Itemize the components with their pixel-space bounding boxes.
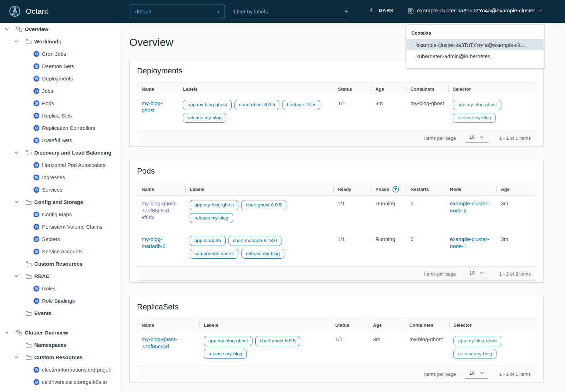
resource-link[interactable]: my-blog-ghost-77df85c6cd-vf6dx (142, 200, 177, 220)
items-per-page-value: 10 (469, 134, 475, 140)
column-header: Containers (406, 83, 448, 95)
main-content: Overview DeploymentsNameLabelsStatusAgeC… (120, 23, 565, 392)
sidebar-item-cluster-custom-resources[interactable]: Custom Resources (0, 351, 120, 363)
sidebar-item-custom-resources[interactable]: Custom Resources (0, 258, 120, 270)
octant-logo-icon (8, 5, 21, 18)
column-header: Phase (371, 183, 406, 195)
column-header: Restarts (406, 183, 446, 195)
sidebar-item-label: Pods (42, 100, 54, 106)
sidebar-item-label: Discovery and Load Balancing (34, 150, 111, 156)
items-per-page-select[interactable]: 10 (465, 369, 488, 379)
items-per-page-select[interactable]: 10 (465, 269, 488, 278)
chevron-down-icon[interactable] (13, 39, 19, 44)
sidebar-item-label: Events (34, 310, 52, 316)
sidebar-item-workloads[interactable]: Workloads (0, 35, 120, 48)
label-badge: chart:ghost-8.0.5 (255, 336, 300, 346)
resource-link[interactable]: my-blog-mariadb-0 (142, 236, 166, 249)
table-row: my-blog-mariadb-0app:mariadbchart:mariad… (137, 231, 536, 267)
resource-link[interactable]: example-cluster-node-2 (450, 200, 489, 213)
table-pagination: Items per page101 - 1 of 1 items (137, 131, 536, 145)
sidebar-item-config-maps[interactable]: Config Maps (0, 208, 120, 221)
sidebar-item-cluster-overview[interactable]: Cluster Overview (0, 326, 120, 339)
resource-link[interactable]: example-cluster-node-1 (450, 236, 489, 249)
chevron-down-icon[interactable] (13, 355, 19, 360)
sidebar-item-horizontal-pod-autoscalers[interactable]: Horizontal Pod Autoscalers (0, 159, 120, 171)
folder-icon (25, 150, 32, 155)
deployments-icon (33, 76, 40, 82)
sidebar-item-replica-sets[interactable]: Replica Sets (0, 109, 120, 122)
sidebar-item-namespaces[interactable]: Namespaces (0, 339, 120, 351)
context-menu-item[interactable]: example-cluster-ka3TuTzYo4a@example-clu… (406, 39, 544, 50)
chevron-down-icon (480, 371, 484, 375)
sidebar-item-ingresses[interactable]: Ingresses (0, 171, 120, 183)
namespace-select[interactable]: default ▾ (130, 5, 225, 18)
daemon-sets-icon (33, 63, 40, 70)
chevron-down-icon[interactable] (13, 274, 19, 278)
sidebar-item-role-bindings[interactable]: Role Bindings (0, 295, 120, 307)
contexts-dropdown-title: Contexts (406, 25, 544, 39)
table-cell: app:my-blog-ghostchart:ghost-8.0.5releas… (200, 331, 331, 367)
sidebar-item-clusterinformations[interactable]: clusterinformations.crd.projec (0, 363, 120, 376)
label-filter-input[interactable] (234, 8, 333, 14)
pods-icon (33, 100, 40, 107)
sidebar-item-label: clusterinformations.crd.projec (42, 367, 111, 373)
chevron-down-icon[interactable] (344, 9, 349, 14)
badge-line: component:masterrelease:my-blog (190, 249, 329, 259)
items-per-page-label: Items per page (424, 372, 456, 377)
context-menu-item[interactable]: kubernetes-admin@kubernetes (406, 50, 544, 62)
sidebar-item-persistent-volume-claims[interactable]: Persistent Volume Claims (0, 221, 120, 233)
sidebar-item-services[interactable]: Services (0, 183, 120, 196)
sidebar-item-roles[interactable]: Roles (0, 282, 120, 295)
sidebar-item-events[interactable]: Events (0, 307, 120, 319)
sidebar-item-csidrivers[interactable]: csidrivers.csi.storage.k8s.io (0, 376, 120, 388)
jobs-icon (33, 88, 40, 94)
sidebar-item-jobs[interactable]: Jobs (0, 85, 120, 97)
sidebar-item-stateful-sets[interactable]: Stateful Sets (0, 134, 120, 146)
theme-toggle[interactable]: ☾ DARK (370, 7, 394, 13)
sidebar-item-service-accounts[interactable]: Service Accounts (0, 245, 120, 258)
label-badge: release:my-blog (453, 113, 496, 123)
badge-line: release:my-blog (183, 113, 329, 123)
sidebar-item-cron-jobs[interactable]: Cron Jobs (0, 48, 120, 60)
filter-icon[interactable] (392, 186, 399, 193)
replica-sets-icon (33, 113, 40, 119)
items-per-page-select[interactable]: 10 (465, 133, 488, 143)
column-header: Containers (405, 319, 449, 331)
chevron-down-icon[interactable] (13, 150, 19, 155)
table-cell: my-blog-ghost (137, 95, 179, 131)
table-cell: 0 (406, 231, 446, 266)
sidebar-item-deployments[interactable]: Deployments (0, 72, 120, 85)
column-header: Age (371, 83, 406, 95)
chevron-down-icon[interactable] (13, 200, 19, 204)
namespace-value: default (135, 8, 151, 14)
folder-icon (25, 261, 32, 266)
caret-down-icon: ▾ (218, 9, 220, 14)
chevron-down-icon[interactable] (4, 330, 10, 335)
sidebar-item-label: Replication Controllers (42, 125, 95, 131)
sidebar-item-replication-controllers[interactable]: Replication Controllers (0, 122, 120, 134)
table-cell: app:my-blog-ghostchart:ghost-8.0.5herita… (179, 95, 334, 131)
column-header: Labels (179, 83, 334, 95)
card-title: Pods (137, 167, 536, 176)
resource-link[interactable]: my-blog-ghost-77df85c6cd (142, 336, 177, 349)
sidebar-item-label: Cron Jobs (42, 51, 66, 57)
context-selector[interactable]: example-cluster-ka3TuTzYo4a@example-clus… (408, 7, 542, 14)
table-cell: 3m (371, 95, 406, 131)
context-icon (408, 8, 414, 14)
sidebar-item-secrets[interactable]: Secrets (0, 233, 120, 245)
sidebar-item-overview[interactable]: Overview (0, 23, 120, 35)
sidebar-item-rbac[interactable]: RBAC (0, 270, 120, 282)
sidebar-item-pods[interactable]: Pods (0, 97, 120, 109)
chevron-down-icon (538, 9, 542, 13)
service-accounts-icon (33, 248, 40, 255)
resource-link[interactable]: my-blog-ghost (142, 100, 162, 113)
table-cell: my-blog-mariadb-0 (137, 231, 185, 266)
sidebar-item-discovery-and-load-balancing[interactable]: Discovery and Load Balancing (0, 146, 120, 159)
table-cell: app:my-blog-ghostchart:ghost-8.0.5releas… (185, 195, 333, 231)
chevron-down-icon[interactable] (4, 27, 10, 31)
sidebar-item-label: Workloads (34, 38, 61, 44)
sidebar-item-daemon-sets[interactable]: Daemon Sets (0, 60, 120, 72)
sidebar-item-label: Replica Sets (42, 113, 72, 119)
sidebar-item-config-and-storage[interactable]: Config and Storage (0, 196, 120, 208)
sidebar-item-label: Config and Storage (34, 199, 83, 205)
